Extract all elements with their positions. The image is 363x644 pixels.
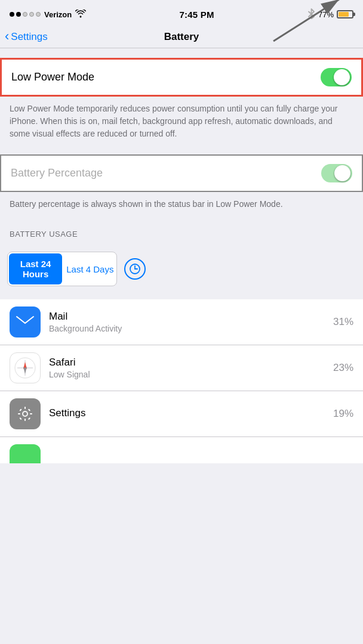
svg-rect-16 <box>24 419 26 421</box>
svg-line-1 <box>273 0 339 41</box>
safari-app-info: Safari Low Signal <box>49 357 333 379</box>
back-label: Settings <box>11 31 47 43</box>
segment-last-4-days[interactable]: Last 4 Days <box>63 259 116 280</box>
content-area: Low Power Mode Low Power Mode temporaril… <box>0 58 363 463</box>
svg-rect-5 <box>16 315 34 329</box>
table-row[interactable]: Safari Low Signal 23% <box>0 345 363 391</box>
svg-rect-15 <box>24 407 26 409</box>
green-app-icon-partial <box>10 444 41 463</box>
status-left: Verizon <box>10 10 86 20</box>
signal-dot-5 <box>36 12 41 17</box>
back-button[interactable]: ‹ Settings <box>5 31 48 43</box>
settings-app-name: Settings <box>49 407 333 419</box>
toggle-thumb <box>334 69 350 85</box>
low-power-mode-toggle[interactable] <box>321 68 352 86</box>
clock-button[interactable] <box>124 258 146 280</box>
svg-rect-17 <box>18 413 20 414</box>
page-title: Battery <box>164 31 199 43</box>
svg-point-14 <box>23 412 27 416</box>
low-power-mode-row: Low Power Mode <box>0 58 363 97</box>
battery-percentage-label: Battery Percentage <box>11 167 103 179</box>
toggle-thumb-pct <box>334 165 350 181</box>
battery-percentage-toggle[interactable] <box>321 164 352 182</box>
status-time: 7:45 PM <box>180 10 214 20</box>
mail-icon <box>16 315 34 329</box>
safari-app-usage: 23% <box>333 362 353 374</box>
wifi-icon <box>75 10 86 20</box>
low-power-mode-label: Low Power Mode <box>11 71 94 83</box>
mail-app-info: Mail Background Activity <box>49 311 333 333</box>
settings-icon <box>16 405 34 423</box>
battery-percentage-section: Battery Percentage <box>0 154 363 192</box>
battery-percentage-description: Battery percentage is always shown in th… <box>0 192 363 219</box>
table-row[interactable]: Mail Background Activity 31% <box>0 299 363 345</box>
table-row[interactable]: Settings 19% <box>0 391 363 437</box>
settings-app-info: Settings <box>49 407 333 420</box>
signal-dots <box>10 12 41 17</box>
low-power-description: Low Power Mode temporarily reduces power… <box>0 97 363 148</box>
mail-app-name: Mail <box>49 311 333 323</box>
svg-rect-18 <box>30 413 32 414</box>
clock-icon <box>129 263 141 275</box>
segment-last-24-hours[interactable]: Last 24 Hours <box>9 253 62 284</box>
signal-dot-1 <box>10 12 14 17</box>
safari-app-subtitle: Low Signal <box>49 370 333 379</box>
time-range-segmented-control[interactable]: Last 24 Hours Last 4 Days <box>7 252 117 286</box>
signal-dot-3 <box>23 12 27 17</box>
signal-dot-4 <box>29 12 34 17</box>
app-usage-list: Mail Background Activity 31% Safari <box>0 299 363 463</box>
segmented-control-row: Last 24 Hours Last 4 Days <box>0 243 363 295</box>
back-chevron-icon: ‹ <box>5 30 9 43</box>
settings-app-icon <box>10 398 41 429</box>
safari-app-name: Safari <box>49 357 333 369</box>
signal-dot-2 <box>16 12 21 17</box>
safari-icon <box>14 357 36 379</box>
safari-app-icon <box>10 352 41 383</box>
mail-app-usage: 31% <box>333 316 353 328</box>
mail-app-icon <box>10 306 41 338</box>
settings-app-usage: 19% <box>333 408 353 420</box>
table-row <box>0 437 363 463</box>
mail-app-subtitle: Background Activity <box>49 324 333 333</box>
battery-percentage-row: Battery Percentage <box>1 156 362 191</box>
carrier-label: Verizon <box>44 10 72 19</box>
battery-usage-header: BATTERY USAGE <box>0 219 363 243</box>
